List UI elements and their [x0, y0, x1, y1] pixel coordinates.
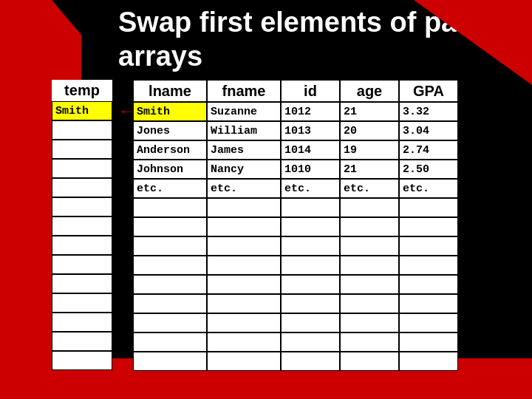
id-cell-3: 1010	[281, 160, 340, 179]
age-cell-8	[340, 256, 399, 275]
id-header: id	[281, 80, 340, 102]
gpa-header: GPA	[399, 80, 458, 102]
lname-cell-3: Johnson	[133, 160, 207, 179]
lname-cell-1: Jones	[133, 121, 207, 140]
age-cell-3: 21	[340, 160, 399, 179]
age-cell-0: 21	[340, 102, 399, 121]
lname-cell-12	[133, 332, 207, 352]
lname-cell-8	[133, 256, 207, 275]
gpa-cell-5	[399, 198, 458, 217]
temp-cell-10	[52, 293, 112, 313]
temp-cell-9	[52, 274, 112, 293]
id-cell-7	[281, 236, 340, 256]
id-cell-2: 1014	[281, 140, 340, 160]
lname-cell-11	[133, 313, 207, 332]
fname-header: fname	[207, 80, 281, 102]
age-cell-10	[340, 294, 399, 313]
id-column: id 1012101310141010etc.	[281, 80, 340, 358]
id-cell-6	[281, 217, 340, 236]
gpa-cell-3: 2.50	[399, 160, 458, 179]
gpa-cell-13	[399, 352, 458, 371]
temp-cell-12	[52, 332, 112, 351]
id-cell-0: 1012	[281, 102, 340, 121]
gpa-cell-8	[399, 256, 458, 275]
lname-cell-10	[133, 294, 207, 313]
fname-cell-11	[207, 313, 281, 332]
fname-cell-9	[207, 275, 281, 294]
id-cell-11	[281, 313, 340, 332]
temp-column: temp Smith	[52, 80, 112, 358]
lname-cell-0: Smith	[133, 102, 207, 121]
fname-column: fname SuzanneWilliamJamesNancyetc.	[207, 80, 281, 358]
lname-cell-5	[133, 198, 207, 217]
lname-header: lname	[133, 80, 207, 102]
fname-cell-3: Nancy	[207, 160, 281, 179]
age-cell-12	[340, 332, 399, 352]
age-cell-4: etc.	[340, 179, 399, 198]
gpa-cell-9	[399, 275, 458, 294]
arrays-container: temp Smith ← lname SmithJonesAndersonJoh…	[52, 80, 528, 358]
fname-cell-1: William	[207, 121, 281, 140]
red-triangle-decoration	[414, 0, 532, 85]
temp-cell-8	[52, 255, 112, 274]
gpa-cell-4: etc.	[399, 179, 458, 198]
fname-cell-6	[207, 217, 281, 236]
age-cell-13	[340, 352, 399, 371]
gpa-column: GPA 3.323.042.742.50etc.	[399, 80, 458, 358]
id-cell-13	[281, 352, 340, 371]
id-cell-5	[281, 198, 340, 217]
lname-cell-2: Anderson	[133, 140, 207, 160]
lname-cell-13	[133, 352, 207, 371]
age-cell-9	[340, 275, 399, 294]
fname-cell-0: Suzanne	[207, 102, 281, 121]
fname-cell-10	[207, 294, 281, 313]
id-cell-12	[281, 332, 340, 352]
id-cell-10	[281, 294, 340, 313]
fname-cell-12	[207, 332, 281, 352]
temp-cell-13	[52, 351, 112, 370]
lname-cell-9	[133, 275, 207, 294]
age-column: age 21201921etc.	[340, 80, 399, 358]
id-cell-9	[281, 275, 340, 294]
lname-cell-7	[133, 236, 207, 256]
age-cell-11	[340, 313, 399, 332]
lname-cell-4: etc.	[133, 179, 207, 198]
temp-cell-11	[52, 313, 112, 332]
fname-cell-8	[207, 256, 281, 275]
gpa-cell-2: 2.74	[399, 140, 458, 160]
id-cell-4: etc.	[281, 179, 340, 198]
gpa-cell-10	[399, 294, 458, 313]
arrow-indicator: ←	[112, 102, 133, 121]
id-cell-1: 1013	[281, 121, 340, 140]
arrow-col: ←	[112, 80, 133, 358]
temp-cell-1	[52, 120, 112, 140]
temp-header: temp	[52, 80, 112, 101]
gpa-cell-0: 3.32	[399, 102, 458, 121]
lname-column: lname SmithJonesAndersonJohnsonetc.	[133, 80, 207, 358]
age-cell-6	[340, 217, 399, 236]
fname-cell-13	[207, 352, 281, 371]
temp-cell-6	[52, 216, 112, 236]
swap-arrow: ←	[122, 103, 132, 121]
age-cell-2: 19	[340, 140, 399, 160]
gpa-cell-11	[399, 313, 458, 332]
fname-cell-5	[207, 198, 281, 217]
temp-cell-7	[52, 236, 112, 255]
fname-cell-7	[207, 236, 281, 256]
temp-cell-2	[52, 140, 112, 159]
gpa-cell-6	[399, 217, 458, 236]
age-cell-5	[340, 198, 399, 217]
age-header: age	[340, 80, 399, 102]
gpa-cell-7	[399, 236, 458, 256]
age-cell-1: 20	[340, 121, 399, 140]
temp-cell-3	[52, 159, 112, 178]
fname-cell-2: James	[207, 140, 281, 160]
temp-cell-0: Smith	[52, 101, 112, 120]
temp-cell-5	[52, 197, 112, 216]
fname-cell-4: etc.	[207, 179, 281, 198]
temp-cell-4	[52, 178, 112, 197]
title-line2: arrays	[118, 41, 202, 72]
age-cell-7	[340, 236, 399, 256]
lname-cell-6	[133, 217, 207, 236]
gpa-cell-12	[399, 332, 458, 352]
